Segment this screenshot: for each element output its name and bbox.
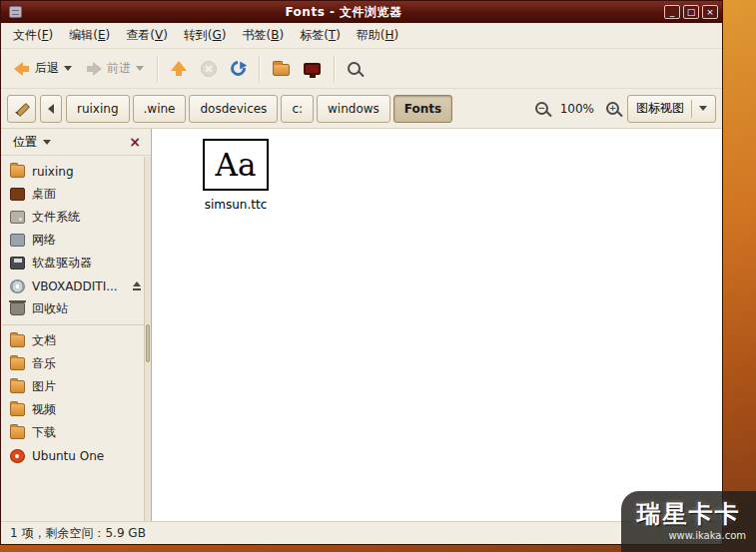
maximize-button[interactable]: □ [683,5,699,19]
menu-view[interactable]: 查看(V) [118,23,176,48]
sidebar-item-videos[interactable]: 视频 [1,398,151,421]
window-icon [9,6,22,18]
places-sidebar: 位置 × ruixing 桌面 文件 [1,129,152,521]
sidebar-separator [2,324,150,325]
breadcrumb: ruixing .wine dosdevices c: windows Font… [66,95,452,123]
edit-location-button[interactable] [7,95,36,123]
close-button[interactable]: × [702,5,718,19]
chevron-down-icon [699,106,707,111]
sidebar-item-filesystem[interactable]: 文件系统 [1,206,151,229]
ubuntu-one-icon [10,449,25,463]
back-label: 后退 [35,60,59,77]
view-mode-label: 图标视图 [636,100,684,117]
sidebar-item-pictures[interactable]: 图片 [1,375,151,398]
menu-go[interactable]: 转到(G) [176,23,235,48]
file-browser-window: Fonts - 文件浏览器 _ □ × 文件(F) 编辑(E) 查看(V) 转到… [0,0,723,545]
trash-icon [10,302,25,315]
sidebar-item-ubuntu-one[interactable]: Ubuntu One [1,444,151,467]
downloads-folder-icon [10,426,25,439]
search-icon [348,62,361,75]
computer-icon [304,63,321,75]
font-preview-text: Aa [216,147,257,183]
sidebar-pane-selector[interactable]: 位置 [9,132,55,153]
zoom-in-icon: + [606,102,619,115]
menu-edit[interactable]: 编辑(E) [61,23,118,48]
menu-help[interactable]: 帮助(H) [349,23,406,48]
breadcrumb-ruixing[interactable]: ruixing [66,95,130,123]
sidebar-item-music[interactable]: 音乐 [1,352,151,375]
sidebar-header: 位置 × [1,129,151,156]
view-mode-dropdown[interactable]: 图标视图 [627,95,716,123]
window-title: Fonts - 文件浏览器 [26,4,661,21]
menu-bar: 文件(F) 编辑(E) 查看(V) 转到(G) 书签(B) 标签(T) 帮助(H… [1,23,722,49]
breadcrumb-dosdevices[interactable]: dosdevices [189,95,278,123]
floppy-drive-icon [10,257,25,270]
file-view[interactable]: Aa simsun.ttc [152,129,722,521]
pictures-folder-icon [10,380,25,393]
watermark-title: 瑞星卡卡 [629,498,748,530]
titlebar[interactable]: Fonts - 文件浏览器 _ □ × [1,1,722,23]
sidebar-scrollbar-thumb[interactable] [146,324,150,362]
zoom-out-button[interactable]: − [531,98,552,119]
sidebar-item-trash[interactable]: 回收站 [1,297,151,320]
sidebar-item-documents[interactable]: 文档 [1,329,151,352]
optical-disc-icon [10,279,25,293]
reload-button[interactable] [224,56,253,81]
zoom-out-icon: − [535,102,548,115]
breadcrumb-wine[interactable]: .wine [133,95,187,123]
file-item-simsun[interactable]: Aa simsun.ttc [180,139,292,212]
up-arrow-icon [171,61,187,76]
back-button[interactable]: 后退 [7,55,79,82]
location-bar: ruixing .wine dosdevices c: windows Font… [1,89,722,129]
forward-label: 前进 [107,60,131,77]
zoom-level: 100% [556,102,598,116]
videos-folder-icon [10,403,25,416]
ikaka-watermark: 瑞星卡卡 www.ikaka.com [621,491,756,552]
zoom-in-button[interactable]: + [602,98,623,119]
forward-button[interactable]: 前进 [79,55,151,82]
toolbar-separator [259,56,260,82]
status-text: 1 项，剩余空间：5.9 GB [10,525,146,542]
status-bar: 1 项，剩余空间：5.9 GB [1,521,722,544]
forward-history-dropdown-icon [136,66,144,71]
desktop-icon [10,188,25,201]
font-file-icon: Aa [203,139,269,191]
breadcrumb-c-drive[interactable]: c: [281,95,314,123]
sidebar-pane-label: 位置 [13,134,37,151]
sidebar-item-vboxadditions[interactable]: VBOXADDITI... [1,275,151,297]
refresh-icon [228,58,249,79]
home-folder-icon [10,165,25,178]
back-arrow-icon [14,62,30,76]
back-history-dropdown-icon[interactable] [64,66,72,71]
eject-icon[interactable] [132,281,142,291]
menu-tabs[interactable]: 标签(T) [292,23,349,48]
toolbar: 后退 前进 [1,49,722,89]
computer-button[interactable] [297,58,328,80]
search-button[interactable] [341,57,368,80]
home-button[interactable] [266,56,297,81]
view-mode-separator [691,100,692,118]
toolbar-separator [157,56,158,82]
minimize-button[interactable]: _ [664,5,680,19]
up-button[interactable] [164,56,194,81]
sidebar-item-floppy[interactable]: 软盘驱动器 [1,252,151,275]
sidebar-item-desktop[interactable]: 桌面 [1,183,151,206]
breadcrumb-windows[interactable]: windows [317,95,390,123]
sidebar-item-network[interactable]: 网络 [1,229,151,252]
menu-bookmarks[interactable]: 书签(B) [235,23,293,48]
toolbar-separator [334,56,335,82]
window-body: 位置 × ruixing 桌面 文件 [1,129,722,521]
sidebar-item-downloads[interactable]: 下载 [1,421,151,444]
menu-file[interactable]: 文件(F) [5,23,61,48]
sidebar-close-button[interactable]: × [123,135,147,149]
places-list: ruixing 桌面 文件系统 网络 [1,156,151,467]
stop-icon [201,61,217,77]
sidebar-scrollbar[interactable] [144,157,151,521]
watermark-url: www.ikaka.com [629,530,748,541]
breadcrumb-fonts[interactable]: Fonts [393,95,452,123]
chevron-down-icon [43,140,51,145]
scroll-crumbs-left-button[interactable] [40,95,62,123]
desktop-background: Fonts - 文件浏览器 _ □ × 文件(F) 编辑(E) 查看(V) 转到… [0,0,756,552]
filesystem-drive-icon [10,211,25,224]
sidebar-item-ruixing[interactable]: ruixing [1,160,151,183]
